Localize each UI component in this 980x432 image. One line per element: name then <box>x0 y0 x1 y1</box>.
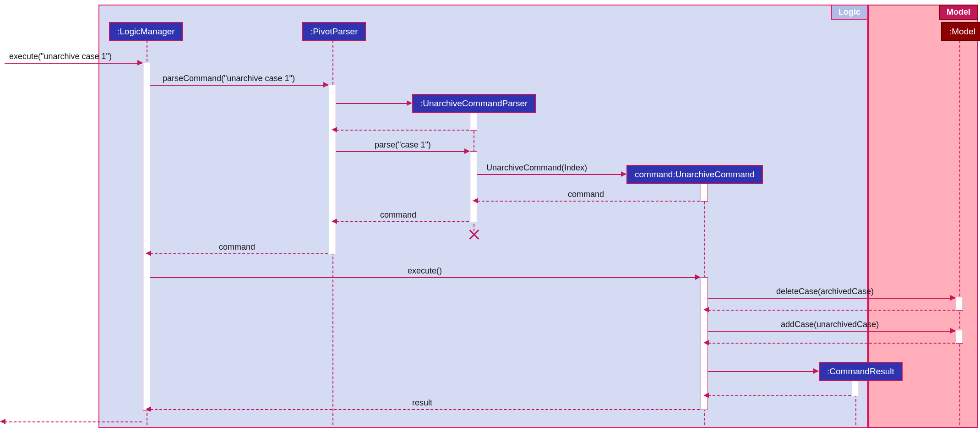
msg-execute: execute() <box>408 266 442 276</box>
logic-frame-title: Logic <box>831 5 868 20</box>
msg-parse-command: parseCommand("unarchive case 1") <box>163 74 295 83</box>
participant-model: :Model <box>941 22 980 41</box>
arrow-add-case-return <box>708 343 955 344</box>
arrow-parse-command <box>150 85 328 86</box>
activation-unarchive-parser-1 <box>470 112 477 131</box>
activation-pivot-parser <box>329 85 336 254</box>
arrowhead-command-return-1 <box>473 198 478 203</box>
logic-frame: Logic <box>98 5 868 428</box>
arrowhead-delete-case <box>950 295 956 301</box>
msg-parse: parse("case 1") <box>375 140 431 150</box>
arrow-create-parser-return <box>336 130 469 131</box>
participant-unarchive-command: command:UnarchiveCommand <box>626 165 763 184</box>
arrow-create-result-return <box>708 395 851 396</box>
arrowhead-new-command <box>621 171 626 177</box>
participant-unarchive-parser: :UnarchiveCommandParser <box>412 94 536 113</box>
model-frame-title: Model <box>939 5 978 20</box>
arrow-command-return-3 <box>150 253 328 254</box>
arrowhead-add-case-return <box>703 340 709 345</box>
arrow-create-parser <box>336 103 411 104</box>
participant-logic-manager: :LogicManager <box>109 22 183 41</box>
arrowhead-parse <box>464 148 470 154</box>
msg-command-return-2: command <box>380 210 416 220</box>
msg-add-case: addCase(unarchivedCase) <box>781 320 879 329</box>
arrowhead-execute <box>695 274 701 280</box>
arrow-execute-in <box>5 63 142 64</box>
arrow-result <box>150 409 700 410</box>
activation-command-result <box>852 380 859 396</box>
arrow-command-return-1 <box>477 201 700 202</box>
arrow-add-case <box>708 331 955 332</box>
msg-result: result <box>412 398 432 408</box>
msg-command-return-3: command <box>219 242 255 252</box>
arrow-final-return <box>5 421 142 422</box>
arrowhead-parse-command <box>323 82 329 87</box>
activation-unarchive-command-1 <box>701 183 708 202</box>
participant-command-result: :CommandResult <box>819 362 903 381</box>
activation-logic-manager <box>143 63 150 411</box>
destroy-icon <box>467 228 480 241</box>
arrowhead-create-result-return <box>703 393 709 398</box>
arrowhead-add-case <box>950 328 956 334</box>
arrowhead-execute-in <box>137 60 143 66</box>
participant-pivot-parser: :PivotParser <box>302 22 366 41</box>
arrow-delete-case <box>708 298 955 299</box>
arrowhead-result <box>146 406 151 412</box>
activation-model-2 <box>956 330 963 344</box>
msg-command-return-1: command <box>568 190 604 199</box>
msg-delete-case: deleteCase(archivedCase) <box>776 287 874 296</box>
activation-model-1 <box>956 297 963 311</box>
arrowhead-command-return-2 <box>332 219 337 224</box>
arrowhead-command-return-3 <box>146 251 151 256</box>
arrowhead-create-result <box>813 368 819 374</box>
arrowhead-create-parser <box>407 100 412 106</box>
lifeline-model <box>959 40 960 425</box>
arrowhead-final-return <box>0 419 5 424</box>
arrow-create-result <box>708 371 818 372</box>
msg-new-command: UnarchiveCommand(Index) <box>486 163 587 173</box>
arrow-parse <box>336 151 469 152</box>
arrowhead-delete-case-return <box>703 307 709 312</box>
activation-unarchive-parser-2 <box>470 151 477 222</box>
arrow-command-return-2 <box>336 221 469 222</box>
arrow-execute <box>150 277 700 278</box>
arrow-new-command <box>477 174 626 175</box>
msg-execute-in: execute("unarchive case 1") <box>9 52 112 61</box>
arrow-delete-case-return <box>708 310 955 311</box>
arrowhead-create-parser-return <box>332 127 337 132</box>
